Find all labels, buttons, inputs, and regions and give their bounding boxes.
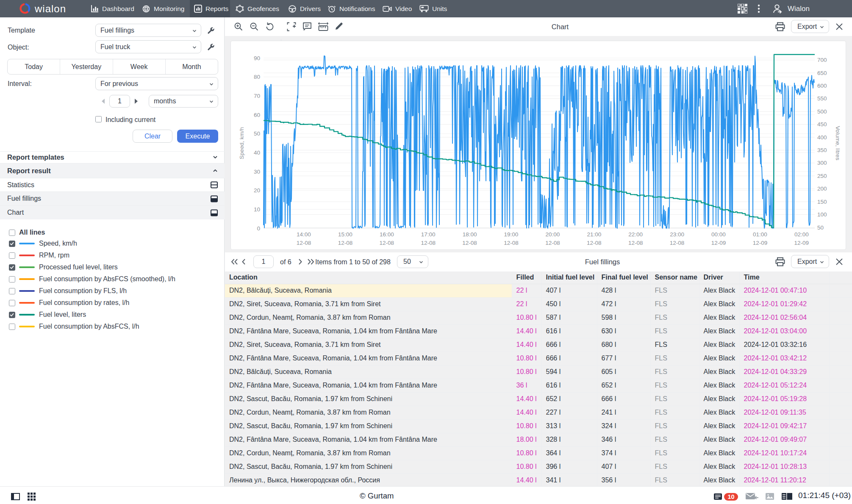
svg-text:12-08: 12-08 (338, 240, 353, 246)
svg-text:02:00: 02:00 (794, 231, 809, 238)
svg-text:70: 70 (254, 93, 260, 99)
svg-text:12-09: 12-09 (794, 240, 809, 246)
svg-text:16:00: 16:00 (380, 231, 394, 238)
svg-text:150: 150 (817, 199, 827, 205)
svg-text:Volume, litres: Volume, litres (835, 126, 841, 160)
svg-text:22:00: 22:00 (628, 231, 643, 238)
svg-text:10: 10 (254, 206, 260, 213)
svg-text:Speed, km/h: Speed, km/h (239, 127, 245, 159)
svg-text:12-08: 12-08 (504, 240, 519, 246)
svg-text:500: 500 (817, 108, 827, 115)
svg-text:12-08: 12-08 (297, 240, 311, 246)
svg-text:50: 50 (254, 130, 260, 137)
svg-text:00:00: 00:00 (711, 231, 726, 238)
svg-text:12-08: 12-08 (545, 240, 560, 246)
svg-text:12-08: 12-08 (462, 240, 477, 246)
svg-text:60: 60 (254, 112, 260, 118)
svg-text:12-08: 12-08 (380, 240, 394, 246)
svg-text:700: 700 (817, 57, 827, 63)
svg-text:19:00: 19:00 (504, 231, 519, 238)
svg-text:40: 40 (254, 150, 260, 156)
svg-text:400: 400 (817, 134, 827, 141)
svg-text:18:00: 18:00 (463, 231, 477, 238)
svg-text:20: 20 (254, 187, 260, 194)
svg-text:17:00: 17:00 (421, 231, 436, 238)
svg-text:90: 90 (254, 55, 260, 61)
svg-text:20:00: 20:00 (546, 231, 560, 238)
svg-text:30: 30 (254, 169, 260, 175)
svg-text:21:00: 21:00 (587, 231, 601, 238)
svg-text:14:00: 14:00 (297, 231, 311, 238)
svg-text:0: 0 (257, 225, 260, 232)
svg-text:12-09: 12-09 (753, 240, 768, 246)
svg-text:15:00: 15:00 (338, 231, 352, 238)
svg-text:600: 600 (817, 83, 827, 89)
svg-text:12-08: 12-08 (628, 240, 643, 246)
svg-text:01:00: 01:00 (753, 231, 767, 238)
svg-text:650: 650 (817, 70, 827, 76)
svg-text:550: 550 (817, 95, 827, 102)
svg-text:12-08: 12-08 (421, 240, 436, 246)
svg-text:250: 250 (817, 173, 827, 179)
svg-text:80: 80 (254, 74, 260, 80)
svg-text:100: 100 (817, 211, 827, 218)
svg-text:12-08: 12-08 (670, 240, 685, 246)
svg-text:450: 450 (817, 121, 827, 127)
svg-text:12-09: 12-09 (711, 240, 726, 246)
svg-text:23:00: 23:00 (670, 231, 684, 238)
svg-text:200: 200 (817, 186, 827, 192)
svg-text:12-08: 12-08 (587, 240, 602, 246)
svg-text:300: 300 (817, 160, 827, 166)
svg-text:50: 50 (817, 224, 824, 231)
svg-text:350: 350 (817, 147, 827, 153)
